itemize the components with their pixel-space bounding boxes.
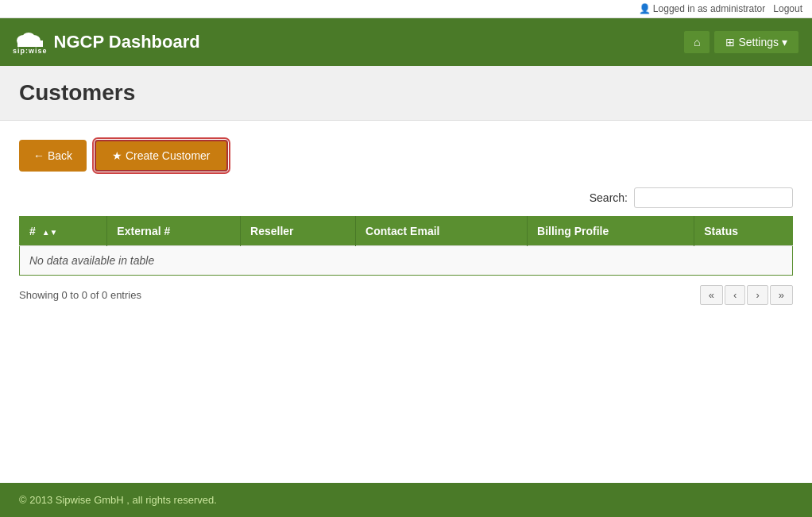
footer-company-link[interactable]: Sipwise GmbH [56,494,124,506]
chevron-down-icon: ▾ [782,36,787,48]
app-title: NGCP Dashboard [54,32,200,52]
table-body: No data available in table [20,246,793,276]
pagination-buttons: « ‹ › » [700,285,793,305]
logo-area: sip:wise NGCP Dashboard [13,29,200,55]
back-label: ← Back [33,149,72,162]
create-customer-button[interactable]: ★ Create Customer [95,140,227,172]
home-button[interactable]: ⌂ [683,30,710,54]
col-external: External # [107,217,241,246]
col-number: # ▲▼ [20,217,107,246]
home-icon: ⌂ [694,36,700,48]
search-label: Search: [590,191,628,204]
col-reseller: Reseller [241,217,356,246]
settings-button[interactable]: ⊞ Settings ▾ [713,30,799,54]
no-data-cell: No data available in table [20,246,793,276]
pagination-first-button[interactable]: « [700,285,723,305]
logo-sipwise: sip:wise [13,29,48,55]
svg-rect-3 [17,41,43,47]
logged-in-text: Logged in as administrator [653,3,765,14]
sort-arrows-icon: ▲▼ [42,228,58,237]
search-row: Search: [19,187,793,208]
create-label: ★ Create Customer [112,149,210,162]
user-icon: 👤 [639,3,651,14]
col-external-label: External # [117,225,170,237]
pagination-next-button[interactable]: › [747,285,768,305]
footer-copyright: © 2013 [19,494,52,506]
pagination-prev-button[interactable]: ‹ [725,285,745,305]
logo-text: sip:wise [13,47,48,55]
search-input[interactable] [634,187,793,208]
pagination-info: Showing 0 to 0 of 0 entries [19,289,141,301]
logout-link[interactable]: Logout [773,3,802,14]
logo-icon [16,29,44,47]
main-header: sip:wise NGCP Dashboard ⌂ ⊞ Settings ▾ [0,18,812,66]
pagination-row: Showing 0 to 0 of 0 entries « ‹ › » [19,285,793,305]
page-title: Customers [19,80,793,106]
col-status: Status [694,217,793,246]
action-buttons: ← Back ★ Create Customer [19,140,793,172]
col-billing-label: Billing Profile [537,225,609,237]
grid-icon: ⊞ [725,36,735,48]
header-nav: ⌂ ⊞ Settings ▾ [683,30,799,54]
page-title-bar: Customers [0,66,812,121]
main-content: ← Back ★ Create Customer Search: # ▲▼ Ex… [0,121,812,483]
table-header-row: # ▲▼ External # Reseller Contact Email B… [20,217,793,246]
col-reseller-label: Reseller [250,225,293,237]
table-header: # ▲▼ External # Reseller Contact Email B… [20,217,793,246]
no-data-row: No data available in table [20,246,793,276]
col-email-label: Contact Email [365,225,439,237]
col-number-label: # [29,225,36,237]
footer-rights: , all rights reserved. [126,494,216,506]
customers-table: # ▲▼ External # Reseller Contact Email B… [19,216,793,276]
col-email: Contact Email [356,217,528,246]
col-status-label: Status [704,225,738,237]
settings-label: Settings [738,36,779,48]
main-footer: © 2013 Sipwise GmbH , all rights reserve… [0,483,812,517]
back-button[interactable]: ← Back [19,140,87,172]
pagination-last-button[interactable]: » [770,285,793,305]
col-billing: Billing Profile [528,217,694,246]
top-bar: 👤 Logged in as administrator Logout [0,0,812,18]
